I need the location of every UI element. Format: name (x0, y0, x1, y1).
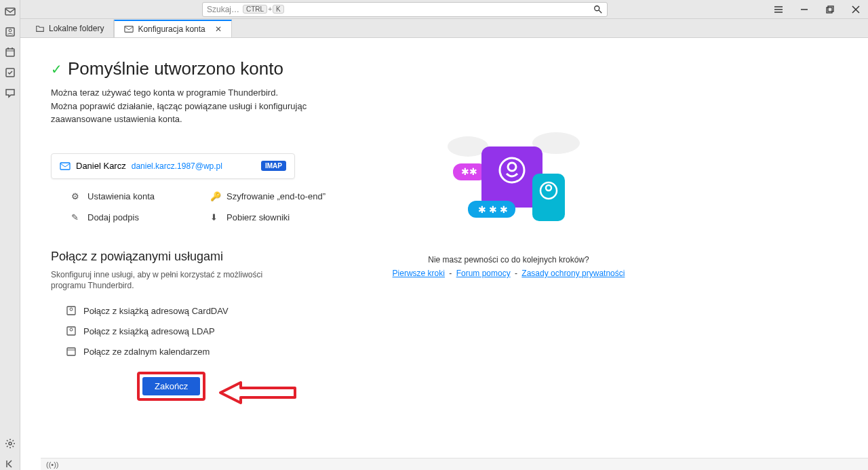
help-question: Nie masz pewności co do kolejnych kroków… (376, 255, 641, 265)
svg-point-8 (9, 442, 12, 445)
tasks-icon[interactable] (4, 66, 16, 79)
tab-close-icon[interactable]: ✕ (215, 24, 222, 34)
svg-rect-25 (67, 348, 75, 355)
search-placeholder: Szukaj… (207, 5, 239, 14)
addressbook-icon (66, 326, 77, 336)
protocol-badge: IMAP (261, 161, 286, 171)
link-first-steps[interactable]: Pierwsze kroki (393, 269, 445, 278)
settings-icon[interactable] (4, 437, 16, 450)
page-title: ✓ Pomyślnie utworzono konto (51, 58, 336, 79)
search-input[interactable]: Szukaj… CTRL + K (202, 2, 608, 17)
annotation-arrow-icon (210, 376, 298, 410)
svg-rect-16 (828, 6, 833, 12)
minimize-icon[interactable] (797, 3, 811, 16)
tab-label: Konfiguracja konta (138, 24, 205, 34)
svg-point-2 (9, 29, 12, 32)
service-calendar[interactable]: Połącz ze zdalnym kalendarzem (66, 346, 336, 357)
finish-button[interactable]: Zakończ (142, 377, 200, 395)
description: Można teraz używać tego konta w programi… (51, 86, 336, 126)
download-icon: ⬇ (210, 212, 221, 222)
chat-icon[interactable] (4, 87, 16, 99)
mail-icon[interactable] (4, 5, 16, 18)
content-pane: ✓ Pomyślnie utworzono konto Można teraz … (20, 38, 868, 470)
option-signature[interactable]: ✎ Dodaj podpis (71, 212, 197, 222)
close-icon[interactable] (849, 3, 863, 16)
svg-rect-20 (60, 163, 70, 170)
svg-rect-15 (827, 7, 832, 13)
search-icon[interactable] (593, 5, 603, 14)
kbd-ctrl: CTRL (243, 5, 267, 14)
key-icon: 🔑 (210, 191, 221, 201)
right-column: ✱✱ ✱ ✱ ✱ Nie masz pewności co do kolejny… (336, 58, 641, 470)
option-dictionaries[interactable]: ⬇ Pobierz słowniki (210, 212, 336, 222)
finish-wrapper: Zakończ (142, 377, 200, 395)
service-links: Połącz z książką adresową CardDAV Połącz… (51, 305, 336, 357)
link-privacy[interactable]: Zasady ochrony prywatności (521, 269, 625, 278)
status-indicator: ((•)) (46, 461, 59, 469)
tab-local-folders[interactable]: Lokalne foldery (26, 20, 114, 37)
calendar-icon[interactable] (4, 46, 16, 58)
service-carddav[interactable]: Połącz z książką adresową CardDAV (66, 305, 336, 316)
svg-point-22 (70, 308, 73, 311)
services-desc: Skonfiguruj inne usługi, aby w pełni kor… (51, 269, 281, 292)
svg-text:✱ ✱ ✱: ✱ ✱ ✱ (478, 204, 508, 215)
folder-icon (35, 24, 45, 33)
addressbook-icon (66, 305, 77, 316)
tab-label: Lokalne foldery (49, 24, 104, 33)
illustration: ✱✱ ✱ ✱ ✱ (427, 126, 590, 235)
envelope-icon (124, 24, 134, 34)
tab-bar: Lokalne foldery Konfiguracja konta ✕ (20, 19, 868, 38)
pencil-icon: ✎ (71, 212, 82, 222)
check-icon: ✓ (51, 61, 62, 77)
option-encryption[interactable]: 🔑 Szyfrowanie „end-to-end” (210, 191, 336, 201)
kbd-k: K (273, 5, 284, 14)
svg-line-10 (599, 9, 601, 12)
svg-point-9 (595, 5, 599, 10)
service-ldap[interactable]: Połącz z książką adresową LDAP (66, 326, 336, 336)
svg-rect-0 (5, 8, 15, 15)
left-column: ✓ Pomyślnie utworzono konto Można teraz … (51, 58, 336, 470)
svg-point-24 (70, 328, 73, 331)
help-links: Pierwsze kroki - Forum pomocy - Zasady o… (376, 269, 641, 278)
hamburger-icon[interactable] (772, 3, 785, 16)
account-email: daniel.karcz.1987@wp.pl (132, 161, 222, 171)
app-sidebar (0, 0, 20, 470)
main-area: Szukaj… CTRL + K Lokalne foldery Konfigu… (20, 0, 868, 470)
svg-rect-35 (532, 174, 565, 221)
svg-rect-3 (6, 49, 14, 56)
account-icon (60, 161, 71, 172)
maximize-icon[interactable] (823, 3, 837, 16)
option-account-settings[interactable]: ⚙ Ustawienia konta (71, 191, 197, 201)
services-title: Połącz z powiązanymi usługami (51, 250, 336, 264)
topbar: Szukaj… CTRL + K (20, 0, 868, 19)
window-controls (772, 3, 863, 16)
tab-account-config[interactable]: Konfiguracja konta ✕ (114, 20, 231, 37)
collapse-icon[interactable] (4, 458, 16, 470)
gear-icon: ⚙ (71, 191, 82, 201)
account-options: ⚙ Ustawienia konta 🔑 Szyfrowanie „end-to… (51, 191, 336, 222)
status-bar: ((•)) (41, 458, 868, 470)
svg-rect-19 (125, 26, 133, 33)
link-forum[interactable]: Forum pomocy (456, 269, 511, 278)
calendar-icon (66, 346, 77, 357)
svg-marker-27 (220, 383, 295, 403)
account-card: Daniel Karcz daniel.karcz.1987@wp.pl IMA… (51, 153, 295, 179)
svg-text:✱✱: ✱✱ (461, 166, 477, 177)
addressbook-icon[interactable] (4, 26, 16, 38)
account-name: Daniel Karcz (76, 161, 126, 171)
